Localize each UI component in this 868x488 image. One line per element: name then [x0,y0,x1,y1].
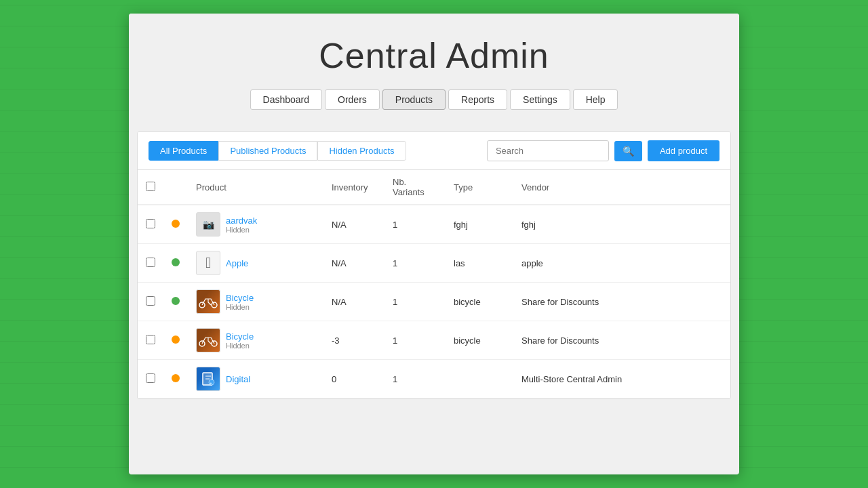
row-drag-handle [138,244,163,283]
product-thumbnail [196,328,220,352]
search-button[interactable]: 🔍 [614,141,642,161]
tab-all-products[interactable]: All Products [149,141,218,161]
row-type [446,360,513,399]
toolbar: All Products Published Products Hidden P… [138,132,730,170]
search-icon: 🔍 [623,146,634,157]
row-vendor: apple [513,244,730,283]
status-dot-published [172,297,180,305]
col-inventory: Inventory [323,170,384,205]
row-type: bicycle [446,283,513,321]
apple-logo-icon:  [205,254,211,272]
product-name-link[interactable]: Bicycle [226,293,254,303]
row-product-cell: Bicycle Hidden [188,321,323,360]
main-container: Central Admin Dashboard Orders Products … [129,14,739,474]
nav-orders[interactable]: Orders [325,89,380,110]
row-type: bicycle [446,321,513,360]
table-row:  Apple N/A 1 las apple [138,244,730,283]
product-thumbnail:  [196,251,220,275]
row-status-cell [163,321,188,360]
row-status-cell [163,360,188,399]
col-status [163,170,188,205]
row-vendor: Multi-Store Central Admin [513,360,730,399]
table-row: Bicycle Hidden N/A 1 bicycle Share for D… [138,283,730,321]
row-drag-handle [138,321,163,360]
row-checkbox[interactable] [146,373,155,383]
product-thumbnail: 📷 [196,212,220,237]
row-inventory: -3 [323,321,384,360]
table-row: 📷 aardvak Hidden N/A 1 fghj fghj [138,205,730,244]
row-inventory: N/A [323,205,384,244]
row-inventory: 0 [323,360,384,399]
row-variants: 1 [384,283,446,321]
nav-help[interactable]: Help [573,89,618,110]
product-name-link[interactable]: aardvak [226,216,257,226]
search-input[interactable] [487,140,609,161]
row-status-cell [163,205,188,244]
table-row: + Digital 0 1 Multi-Store Central Admin [138,360,730,399]
row-product-cell: 📷 aardvak Hidden [188,205,323,244]
row-status-cell [163,244,188,283]
tab-group: All Products Published Products Hidden P… [149,141,406,161]
col-vendor: Vendor [513,170,730,205]
row-variants: 1 [384,360,446,399]
row-checkbox[interactable] [146,219,155,228]
row-product-cell: Bicycle Hidden [188,283,323,321]
tab-published-products[interactable]: Published Products [218,141,317,161]
add-product-button[interactable]: Add product [648,140,719,161]
tab-hidden-products[interactable]: Hidden Products [317,141,406,161]
nav-dashboard[interactable]: Dashboard [250,89,323,110]
nav-reports[interactable]: Reports [448,89,507,110]
row-product-cell: + Digital [188,360,323,399]
product-status-label: Hidden [226,342,254,350]
row-checkbox[interactable] [146,335,155,344]
page-title: Central Admin [142,35,726,76]
select-all-checkbox[interactable] [146,182,155,191]
product-name-link[interactable]: Bicycle [226,331,254,342]
row-drag-handle [138,205,163,244]
nav-bar: Dashboard Orders Products Reports Settin… [142,89,726,121]
row-checkbox[interactable] [146,296,155,306]
status-dot-hidden [172,374,180,382]
product-thumbnail [196,289,220,314]
col-product: Product [188,170,323,205]
row-product-cell:  Apple [188,244,323,283]
status-dot-hidden [172,336,180,344]
row-type: las [446,244,513,283]
nav-settings[interactable]: Settings [510,89,570,110]
row-variants: 1 [384,321,446,360]
header: Central Admin Dashboard Orders Products … [129,14,739,131]
row-vendor: fghj [513,205,730,244]
row-checkbox[interactable] [146,258,155,267]
row-inventory: N/A [323,244,384,283]
product-status-label: Hidden [226,303,254,311]
col-select-all [138,170,163,205]
status-dot-hidden [172,220,180,228]
col-variants: Nb. Variants [384,170,446,205]
nav-products[interactable]: Products [382,89,446,110]
product-thumbnail: + [196,367,220,391]
row-inventory: N/A [323,283,384,321]
product-name-link[interactable]: Digital [226,374,250,384]
row-vendor: Share for Discounts [513,321,730,360]
row-variants: 1 [384,205,446,244]
product-status-label: Hidden [226,226,257,234]
placeholder-icon: 📷 [203,219,214,230]
table-row: Bicycle Hidden -3 1 bicycle Share for Di… [138,321,730,360]
status-dot-published [172,258,180,266]
search-group: 🔍 Add product [487,140,719,161]
products-table: Product Inventory Nb. Variants Type Vend… [138,170,730,399]
row-drag-handle [138,360,163,399]
table-header-row: Product Inventory Nb. Variants Type Vend… [138,170,730,205]
content-area: All Products Published Products Hidden P… [137,131,731,399]
svg-text:+: + [210,381,212,385]
row-type: fghj [446,205,513,244]
row-vendor: Share for Discounts [513,283,730,321]
row-variants: 1 [384,244,446,283]
col-type: Type [446,170,513,205]
row-status-cell [163,283,188,321]
product-name-link[interactable]: Apple [226,258,248,268]
row-drag-handle [138,283,163,321]
